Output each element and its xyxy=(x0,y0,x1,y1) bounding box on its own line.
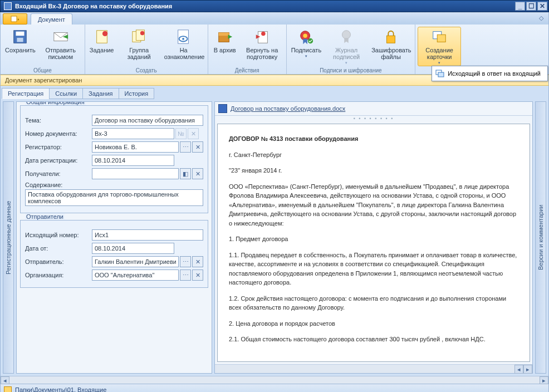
card-icon xyxy=(430,28,448,46)
right-pane: Договор на поставку оборудования.docx • … xyxy=(214,101,533,374)
review-icon xyxy=(175,28,193,46)
fieldset-general: Общая информация Тема: Номер документа: … xyxy=(20,105,208,213)
svg-rect-21 xyxy=(387,36,395,43)
scroll-right-button[interactable]: ▸ xyxy=(523,365,532,374)
doc-text: 1.1. Продавец передает в собственность, … xyxy=(229,251,518,287)
svg-point-18 xyxy=(303,33,307,38)
task-icon xyxy=(93,28,111,46)
tab-registration[interactable]: Регистрация xyxy=(2,88,50,99)
left-sidebar-registration-data[interactable]: Регистрационные данные xyxy=(3,101,14,374)
archive-label: В архив xyxy=(214,47,236,53)
org-field[interactable] xyxy=(92,270,179,281)
encrypt-icon xyxy=(382,28,400,46)
svg-point-12 xyxy=(182,38,184,40)
doc-hscrollbar[interactable]: ◂ ▸ xyxy=(215,364,532,373)
splitter-grip[interactable]: • • • • • • • • xyxy=(215,116,532,121)
archive-button[interactable]: В архив xyxy=(210,27,239,55)
ribbon-tabstrip: Документ ◇ xyxy=(0,12,549,24)
return-icon xyxy=(253,28,271,46)
task-group-button[interactable]: Группа заданий xyxy=(117,27,161,61)
send-mail-button[interactable]: Отправить письмом xyxy=(39,27,82,61)
chevron-down-icon: ▾ xyxy=(438,61,440,65)
archive-icon xyxy=(216,28,234,46)
main-hscrollbar[interactable]: ◂ ▸ xyxy=(1,376,548,384)
tab-tasks[interactable]: Задания xyxy=(82,88,119,99)
doc-text: ООО «Перспектива» (Санкт-Петербург), име… xyxy=(229,182,518,228)
registrar-field[interactable] xyxy=(92,141,179,153)
sender-clear-button[interactable]: ✕ xyxy=(192,256,203,267)
label-topic: Тема: xyxy=(25,117,92,124)
titlebar: Входящий Вх-3 Договор на поставку оборуд… xyxy=(0,0,549,12)
card-icon xyxy=(435,69,444,78)
doc-text: 1. Предмет договора xyxy=(229,234,518,244)
sender-field[interactable] xyxy=(92,256,179,267)
svg-point-16 xyxy=(261,32,266,36)
group-actions-label: Действия xyxy=(210,67,284,74)
registrar-clear-button[interactable]: ✕ xyxy=(192,141,203,153)
content-tabstrip: Регистрация Ссылки Задания История xyxy=(1,87,548,99)
doc-text: 2. Цена договора и порядок расчетов xyxy=(229,319,518,329)
recipients-clear-button[interactable]: ✕ xyxy=(192,168,203,179)
recipients-dropdown-button[interactable]: ◧ xyxy=(180,168,191,179)
svg-rect-0 xyxy=(11,16,17,22)
doc-filename-link[interactable]: Договор на поставку оборудования.docx xyxy=(231,105,345,112)
group-general-label: Общие xyxy=(3,67,82,74)
tab-document[interactable]: Документ xyxy=(31,13,72,25)
label-outnum: Исходящий номер: xyxy=(25,232,92,238)
fieldset-senders: Отправители Исходящий номер: Дата от: От… xyxy=(20,220,208,288)
recipients-field[interactable] xyxy=(92,168,179,179)
doc-text: г. Санкт-Петербург xyxy=(229,150,518,160)
scroll-left-button[interactable]: ◂ xyxy=(514,365,523,374)
tasks-icon xyxy=(130,28,148,46)
registrar-lookup-button[interactable]: ⋯ xyxy=(180,141,191,153)
scroll-left-button[interactable]: ◂ xyxy=(1,376,9,384)
ribbon-collapse-icon[interactable]: ◇ xyxy=(537,14,545,22)
right-sidebar-versions[interactable]: Версии и комментарии xyxy=(535,101,546,374)
return-label: Вернуть на подготовку xyxy=(243,47,282,60)
app-menu-button[interactable] xyxy=(3,13,27,24)
doc-text: 1.2. Срок действия настоящего договора: … xyxy=(229,294,518,312)
tab-links[interactable]: Ссылки xyxy=(49,88,83,99)
sign-icon xyxy=(297,28,315,46)
review-button[interactable]: На ознакомление xyxy=(162,27,205,61)
label-content: Содержание: xyxy=(25,182,62,188)
sign-label: Подписать xyxy=(291,47,321,53)
left-pane: Общая информация Тема: Номер документа: … xyxy=(16,101,212,374)
encrypt-button[interactable]: Зашифровать файлы xyxy=(369,27,413,61)
sign-button[interactable]: Подписать ▾ xyxy=(289,27,323,60)
ribbon-group-create: Задание Группа заданий На ознакомление С… xyxy=(85,24,208,74)
maximize-button[interactable]: ☐ xyxy=(526,2,536,11)
create-card-button[interactable]: Создание карточки ▾ xyxy=(418,27,461,66)
document-preview[interactable]: ДОГОВОР № 4313 поставки оборудования г. … xyxy=(217,124,530,362)
org-lookup-button[interactable]: ⋯ xyxy=(180,270,191,281)
minimize-button[interactable]: _ xyxy=(515,2,525,11)
task-group-label: Группа заданий xyxy=(120,47,159,60)
topic-field[interactable] xyxy=(92,115,203,126)
save-button[interactable]: Сохранить xyxy=(3,27,38,55)
label-org: Организация: xyxy=(25,272,92,278)
number-field[interactable] xyxy=(92,128,174,139)
close-button[interactable]: ✕ xyxy=(537,2,547,11)
doc-text: 2.1. Общая стоимость настоящего договора… xyxy=(229,335,518,344)
scroll-right-button[interactable]: ▸ xyxy=(540,376,548,384)
label-number: Номер документа: xyxy=(25,130,92,137)
regdate-field[interactable] xyxy=(92,155,174,166)
doc-text: "23" января 2014 г. xyxy=(229,166,518,175)
group-create-label: Создать xyxy=(87,67,205,74)
label-sender: Отправитель: xyxy=(25,258,92,265)
org-clear-button[interactable]: ✕ xyxy=(192,270,203,281)
svg-rect-23 xyxy=(437,35,445,42)
app-icon xyxy=(4,2,12,10)
number-clear-button: ✕ xyxy=(188,128,199,139)
return-prep-button[interactable]: Вернуть на подготовку xyxy=(241,27,284,61)
menu-item-outgoing-reply[interactable]: Исходящий в ответ на входящий xyxy=(433,67,546,80)
outdate-field[interactable] xyxy=(92,243,174,254)
content-field[interactable]: Поставка оборудования для торгово-промыш… xyxy=(25,189,203,206)
svg-point-6 xyxy=(102,31,107,36)
sender-lookup-button[interactable]: ⋯ xyxy=(180,256,191,267)
task-button[interactable]: Задание xyxy=(87,27,116,55)
mail-icon xyxy=(52,28,70,46)
tab-history[interactable]: История xyxy=(119,88,155,99)
svg-point-20 xyxy=(342,31,351,39)
outnum-field[interactable] xyxy=(92,229,203,241)
